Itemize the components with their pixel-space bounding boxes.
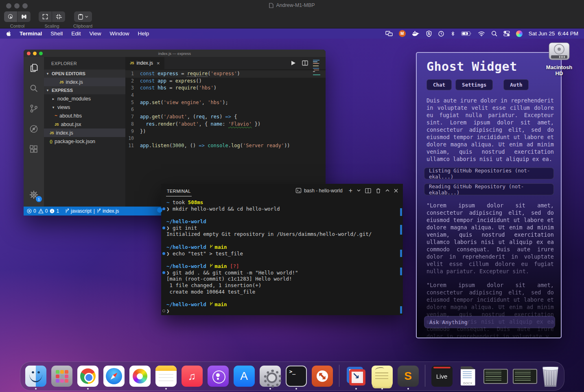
language-indicator[interactable]: javascript xyxy=(65,208,92,214)
menu-edit[interactable]: Edit xyxy=(71,30,81,37)
clipboard-button[interactable] xyxy=(74,11,92,22)
menu-shell[interactable]: Shell xyxy=(50,30,63,37)
maximize-panel-icon[interactable] xyxy=(385,189,389,192)
close-tab-icon[interactable]: × xyxy=(157,60,160,66)
minimap[interactable] xyxy=(312,58,323,84)
close-button[interactable] xyxy=(27,52,31,55)
wifi-icon[interactable] xyxy=(478,31,485,37)
tab-index-js[interactable]: JS index.js × xyxy=(125,57,164,69)
explorer-item-package-lock.json[interactable]: {}package-lock.json xyxy=(44,137,125,146)
close-panel-icon[interactable] xyxy=(394,189,398,193)
macports-icon[interactable]: M xyxy=(399,30,406,37)
task-item-1[interactable]: Reading GitHub Repository (not-ekalab...… xyxy=(424,183,554,195)
code-text: const app = express() xyxy=(140,78,202,85)
explorer-item-views[interactable]: ▾views xyxy=(44,103,125,111)
warnings-indicator[interactable]: 0 xyxy=(38,208,48,214)
dock-terminal[interactable]: >_ xyxy=(286,366,307,387)
scroll-decoration xyxy=(400,268,402,275)
dock-term-thumb[interactable] xyxy=(513,369,537,387)
explorer-icon[interactable] xyxy=(28,63,39,73)
file-indicator[interactable]: index.js xyxy=(97,208,119,214)
kill-terminal-icon[interactable] xyxy=(376,188,381,194)
macintosh-hd-desktop-icon[interactable]: Macintosh HD xyxy=(542,41,576,76)
terminal-tab[interactable]: TERMINAL xyxy=(166,185,192,196)
explorer-section-open editors[interactable]: ▾OPEN EDITORS xyxy=(44,70,125,78)
ask-anything-input[interactable] xyxy=(424,316,555,328)
menu-view[interactable]: View xyxy=(90,30,101,37)
js-file-icon: JS xyxy=(59,80,63,84)
explorer-item-index.js[interactable]: JSindex.js xyxy=(44,128,125,137)
vscode-window-controls[interactable] xyxy=(27,52,43,55)
dock-notes[interactable] xyxy=(155,366,177,387)
split-terminal-icon[interactable] xyxy=(365,188,371,194)
minimize-button[interactable] xyxy=(33,52,37,55)
screen-mirroring-icon[interactable] xyxy=(385,30,393,37)
active-app-name[interactable]: Terminal xyxy=(20,30,42,37)
battery-icon[interactable] xyxy=(461,31,472,36)
dock-ableton[interactable]: Live xyxy=(431,366,453,387)
menu-help[interactable]: Help xyxy=(138,30,149,37)
dock-stickies[interactable] xyxy=(372,366,393,387)
fit-window-button[interactable] xyxy=(39,11,52,22)
terminal-session-picker[interactable]: bash - hello-world xyxy=(295,187,343,194)
explorer-item-about.jsx[interactable]: JSabout.jsx xyxy=(44,120,125,128)
dock-term-thumb[interactable] xyxy=(483,369,508,387)
search-icon[interactable] xyxy=(28,83,39,94)
explorer-item-about.hbs[interactable]: ~about.hbs xyxy=(44,111,125,120)
dock-safari[interactable] xyxy=(103,366,125,387)
dock-podcasts[interactable] xyxy=(208,366,229,387)
task-item-0[interactable]: Listing GitHub Repositories (not-ekal...… xyxy=(424,168,554,179)
tab-chat[interactable]: Chat xyxy=(427,79,452,90)
split-editor-icon[interactable] xyxy=(302,60,308,66)
dock-finder[interactable] xyxy=(25,366,46,387)
code-line: 1const express = require('express') xyxy=(125,70,326,78)
tab-settings[interactable]: Settings xyxy=(455,79,493,90)
run-file-icon[interactable] xyxy=(291,60,296,66)
spotlight-icon[interactable] xyxy=(491,30,497,37)
dock-music[interactable]: ♫ xyxy=(182,366,203,387)
dock-remote-desktop[interactable] xyxy=(312,366,333,387)
control-center-icon[interactable] xyxy=(503,30,510,37)
info-indicator[interactable]: 1 xyxy=(50,208,59,214)
menu-window[interactable]: Window xyxy=(110,30,129,37)
settings-gear-icon[interactable]: 1 xyxy=(28,189,39,200)
observe-button[interactable] xyxy=(17,11,31,22)
dock-trash[interactable] xyxy=(542,367,559,387)
dock-settings[interactable] xyxy=(260,366,281,387)
terminal-dropdown-icon[interactable] xyxy=(357,189,361,192)
bluetooth-icon[interactable] xyxy=(451,30,455,37)
dock-launchpad[interactable] xyxy=(51,366,72,387)
extensions-icon[interactable] xyxy=(28,144,39,155)
dock-sublime[interactable]: S xyxy=(398,366,419,387)
dock-appstore[interactable]: A xyxy=(234,366,255,387)
terminal-output[interactable]: ~ took 508ms❯ mkdir hello-world && cd he… xyxy=(161,197,403,314)
zoom-button[interactable] xyxy=(39,52,43,55)
apple-menu[interactable] xyxy=(6,30,11,37)
menu-bar-clock[interactable]: Sat Jun 25 6:44 PM xyxy=(529,30,578,37)
terminal-line: ❯ git init xyxy=(161,225,403,231)
widget-title: Ghost Widget xyxy=(427,59,561,74)
explorer-section-express[interactable]: ▾EXPRESS xyxy=(44,86,125,94)
time-machine-icon[interactable] xyxy=(438,30,444,37)
line-number: 6 xyxy=(125,106,140,113)
tab-auth[interactable]: Auth xyxy=(503,79,529,90)
new-terminal-icon[interactable]: + xyxy=(349,187,352,194)
debug-disabled-icon[interactable] xyxy=(28,124,39,134)
dock-photos[interactable] xyxy=(129,366,151,387)
docker-icon[interactable] xyxy=(412,30,420,37)
pointer-control-button[interactable] xyxy=(4,11,17,22)
editor-tab-bar: JS index.js × ⋯ xyxy=(125,57,326,69)
explorer-item-node_modules[interactable]: ▸node_modules xyxy=(44,94,125,103)
siri-icon[interactable] xyxy=(516,30,523,37)
dock-vmware[interactable]: ↘ xyxy=(346,366,367,387)
vscode-titlebar[interactable]: index.js — express xyxy=(24,50,326,57)
dock-docx[interactable]: DOCX xyxy=(457,366,479,387)
actual-size-button[interactable] xyxy=(52,11,65,22)
item-label: index.js xyxy=(56,130,73,136)
tab-label: index.js xyxy=(136,60,153,66)
dock-chrome[interactable] xyxy=(77,366,98,387)
source-control-icon[interactable] xyxy=(28,103,39,114)
shottr-icon[interactable]: S xyxy=(426,30,432,37)
explorer-item-index.js[interactable]: JSindex.js xyxy=(44,78,125,86)
errors-indicator[interactable]: 0 xyxy=(27,208,36,214)
